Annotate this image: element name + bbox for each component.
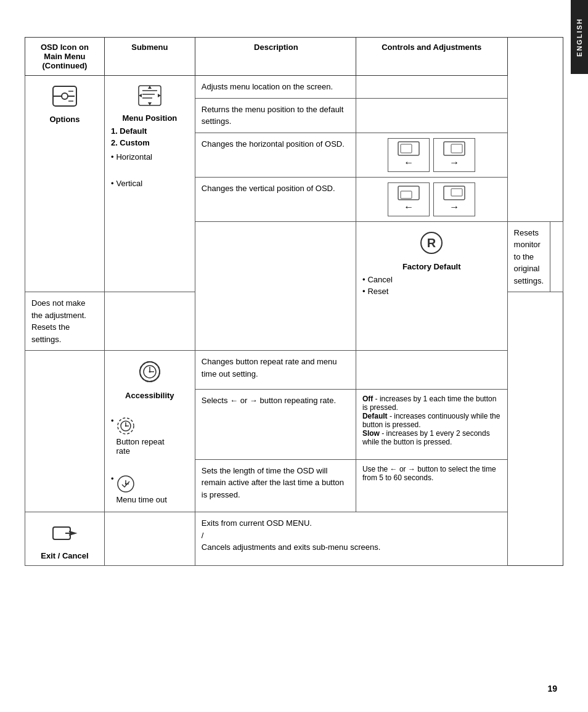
desc-text-btn-repeat: Selects ← or → button repeating rate.	[202, 395, 349, 407]
accessibility-label: Accessibility	[125, 391, 174, 400]
svg-rect-21	[451, 189, 462, 196]
svg-rect-17	[451, 144, 462, 153]
item-btn-repeat: Button repeatrate	[116, 437, 164, 456]
desc-text-default: Returns the menu position to the default…	[202, 104, 349, 128]
header-osd: OSD Icon onMain Menu(Continued)	[25, 38, 105, 76]
ctrl-cell-factory-2	[104, 292, 195, 351]
header-description: Description	[195, 38, 356, 76]
vert-arrows-row: ← →	[362, 182, 501, 216]
ctrl-cell-vertical: ← →	[356, 177, 507, 221]
bullet-cancel: •	[362, 275, 365, 284]
desc-cell-exit: Exits from current OSD MENU. / Cancels a…	[195, 512, 507, 566]
page-number: 19	[547, 684, 557, 694]
osd-cell-exit: Exit / Cancel	[25, 512, 105, 566]
svg-point-1	[62, 93, 68, 99]
svg-text:R: R	[427, 236, 436, 250]
accessibility-icon	[137, 359, 162, 388]
table-row: Options	[25, 76, 563, 99]
desc-text-exit: Exits from current OSD MENU. / Cancels a…	[202, 517, 501, 554]
acc-default-label: Default	[362, 412, 388, 420]
table-row: Exit / Cancel Exits from current OSD MEN…	[25, 512, 563, 566]
bullet-btn-repeat: •	[111, 416, 114, 425]
desc-cell-btn-repeat: Selects ← or → button repeating rate.	[195, 390, 356, 460]
svg-rect-20	[444, 186, 465, 200]
desc-cell-default: Returns the menu position to the default…	[195, 98, 356, 133]
svg-rect-16	[444, 142, 465, 155]
acc-text-btn-repeat: Off - increases by 1 each time the butto…	[362, 395, 501, 446]
desc-text-menu-location: Adjusts menu location on the screen.	[202, 81, 349, 93]
submenu-cell-menu-position: Menu Position 1. Default 2. Custom • Hor…	[104, 76, 195, 292]
bullet-v: •	[111, 179, 114, 188]
ctrl-cell-empty-1	[356, 76, 507, 99]
desc-cell-horizontal: Changes the horizontal position of OSD.	[195, 133, 356, 177]
desc-text-menu-timeout: Sets the length of time the OSD will rem…	[202, 465, 349, 501]
desc-cell-accessibility-main: Changes button repeat rate and menu time…	[195, 351, 356, 390]
desc-text-factory-resets: Resets monitor to the original settings.	[514, 227, 544, 287]
item-vertical: Vertical	[116, 179, 142, 188]
exit-icon	[52, 522, 78, 549]
item-default: 1. Default	[111, 126, 147, 136]
options-icon	[51, 84, 78, 112]
ctrl-cell-horizontal: ← →	[356, 133, 507, 177]
arrow-left-h: ←	[404, 157, 414, 168]
item-cancel: Cancel	[367, 275, 392, 284]
svg-point-29	[149, 371, 150, 373]
osd-cell-options: Options	[25, 76, 105, 292]
menu-position-items: 1. Default 2. Custom • Horizontal • Vert…	[111, 126, 189, 190]
options-label: Options	[49, 115, 80, 124]
arrow-box-right-h: →	[433, 138, 475, 172]
svg-rect-18	[398, 186, 419, 200]
item-reset: Reset	[367, 287, 388, 296]
svg-rect-15	[401, 144, 412, 153]
arrow-box-right-v: →	[433, 182, 475, 216]
desc-cell-vertical: Changes the vertical position of OSD.	[195, 177, 356, 221]
manual-table: OSD Icon onMain Menu(Continued) Submenu …	[25, 37, 563, 566]
desc-text-accessibility-main: Changes button repeat rate and menu time…	[202, 356, 349, 380]
arrow-left-v: ←	[404, 202, 414, 213]
language-label: ENGLISH	[576, 18, 583, 57]
ctrl-cell-factory-1	[550, 221, 563, 292]
item-horizontal: Horizontal	[116, 152, 152, 162]
submenu-cell-accessibility: Accessibility •	[104, 351, 195, 512]
osd-cell-accessibility	[25, 351, 105, 512]
bullet-h: •	[111, 152, 114, 162]
factory-items: • Cancel • Reset	[362, 275, 501, 298]
acc-slow-label: Slow	[362, 429, 380, 438]
factory-icon: R	[419, 231, 444, 260]
osd-cell-factory	[195, 221, 356, 351]
ctrl-cell-btn-repeat: Off - increases by 1 each time the butto…	[356, 390, 507, 460]
svg-rect-14	[398, 142, 419, 155]
bullet-menu-timeout: •	[111, 474, 114, 483]
menu-position-icon	[137, 84, 162, 111]
exit-label: Exit / Cancel	[41, 551, 88, 560]
arrow-right-h: →	[449, 157, 459, 168]
factory-label: Factory Default	[402, 262, 461, 271]
exit-icon-cell: Exit / Cancel	[31, 517, 98, 560]
item-menu-timeout-wrap: Menu time out	[116, 474, 166, 504]
accessibility-items: • Button repeatrate	[111, 416, 189, 507]
svg-rect-19	[401, 191, 412, 198]
desc-text-horizontal: Changes the horizontal position of OSD.	[202, 138, 349, 150]
arrow-right-v: →	[449, 202, 459, 213]
svg-point-34	[125, 425, 126, 427]
arrow-box-left-v: ←	[388, 182, 430, 216]
bullet-reset: •	[362, 287, 365, 296]
desc-text-vertical: Changes the vertical position of OSD.	[202, 182, 349, 195]
submenu-cell-factory: R Factory Default • Cancel •	[356, 221, 507, 351]
item-btn-repeat-wrap: Button repeatrate	[116, 416, 164, 456]
horiz-arrows-row: ← →	[362, 138, 501, 172]
item-menu-timeout: Menu time out	[116, 495, 166, 504]
submenu-cell-exit	[104, 512, 195, 566]
desc-cell-factory-resets: Resets monitor to the original settings.	[507, 221, 550, 292]
header-controls: Controls and Adjustments	[356, 38, 507, 76]
item-custom: 2. Custom	[111, 138, 150, 147]
desc-cell-menu-location: Adjusts menu location on the screen.	[195, 76, 356, 99]
main-content: OSD Icon onMain Menu(Continued) Submenu …	[0, 0, 588, 603]
acc-off-label: Off	[362, 395, 373, 403]
arrow-box-left-h: ←	[388, 138, 430, 172]
desc-text-factory-cancel: Does not make the adjustment.Resets the …	[31, 297, 98, 345]
side-tab: ENGLISH	[571, 0, 588, 74]
header-submenu: Submenu	[104, 38, 195, 76]
menu-time-ctrl-text: Use the ← or → button to select the time…	[362, 465, 501, 482]
menu-position-label: Menu Position	[122, 113, 177, 123]
